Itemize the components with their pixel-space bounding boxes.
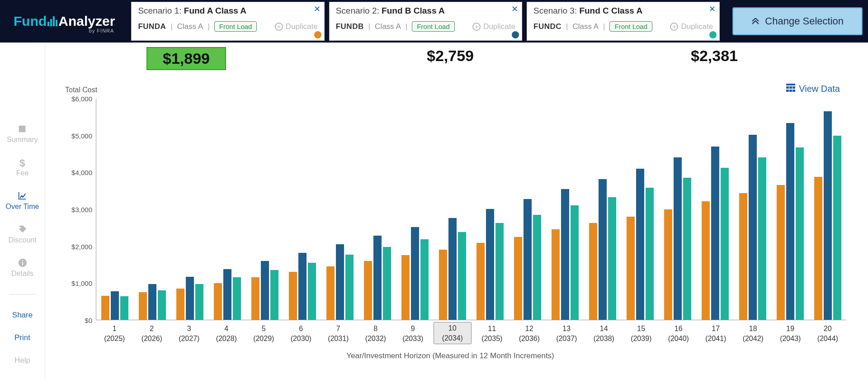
bar-group[interactable] [321,99,359,320]
bar-group[interactable] [734,99,771,320]
chart-plot-area[interactable] [96,99,846,320]
sidebar-item-overtime[interactable]: Over Time [6,191,39,211]
bar-fund-b-class-a[interactable] [749,135,757,320]
bar-fund-a-class-a[interactable] [251,277,259,320]
bar-fund-c-class-a[interactable] [458,232,466,320]
load-type-pill[interactable]: Front Load [214,21,257,32]
bar-fund-c-class-a[interactable] [345,255,354,320]
bar-fund-c-class-a[interactable] [308,263,316,320]
bar-fund-a-class-a[interactable] [101,296,109,320]
bar-fund-b-class-a[interactable] [111,291,119,320]
share-link[interactable]: Share [12,311,33,320]
duplicate-button[interactable]: +Duplicate [275,22,318,31]
bar-fund-a-class-a[interactable] [514,237,522,320]
x-tick[interactable]: 8(2032) [357,324,395,344]
bar-fund-b-class-a[interactable] [298,253,307,320]
view-data-button[interactable]: View Data [786,84,840,94]
bar-fund-c-class-a[interactable] [195,284,203,320]
bar-group[interactable] [96,99,134,320]
x-tick[interactable]: 10(2034) [434,322,472,344]
bar-fund-b-class-a[interactable] [786,123,794,320]
x-tick[interactable]: 19(2043) [772,324,809,344]
bar-fund-c-class-a[interactable] [495,223,504,320]
x-tick[interactable]: 16(2040) [660,324,698,344]
bar-group[interactable] [359,99,396,320]
scenario-card-3[interactable]: ✕Scenario 3: Fund C Class AFUNDC|Class A… [527,2,720,41]
bar-fund-a-class-a[interactable] [777,185,785,320]
close-icon[interactable]: ✕ [511,4,518,14]
sidebar-item-details[interactable]: Details [11,258,33,278]
bar-fund-a-class-a[interactable] [176,289,184,320]
x-tick[interactable]: 13(2037) [548,324,585,344]
bar-fund-a-class-a[interactable] [589,223,597,320]
load-type-pill[interactable]: Front Load [412,21,455,32]
bar-fund-c-class-a[interactable] [233,277,241,320]
bar-fund-a-class-a[interactable] [664,209,672,320]
bar-fund-a-class-a[interactable] [702,201,710,320]
load-type-pill[interactable]: Front Load [609,21,652,32]
bar-fund-a-class-a[interactable] [476,243,485,320]
bar-group[interactable] [434,99,472,320]
print-link[interactable]: Print [14,333,30,342]
bar-fund-b-class-a[interactable] [561,189,569,320]
bar-fund-b-class-a[interactable] [261,261,269,320]
bar-fund-a-class-a[interactable] [739,193,747,320]
bar-fund-a-class-a[interactable] [814,177,822,320]
x-tick[interactable]: 4(2028) [208,324,245,344]
bar-fund-b-class-a[interactable] [373,236,382,320]
x-tick[interactable]: 20(2044) [809,324,847,344]
bar-group[interactable] [659,99,696,320]
duplicate-button[interactable]: +Duplicate [472,22,515,31]
bar-fund-c-class-a[interactable] [683,178,691,320]
bar-fund-b-class-a[interactable] [186,277,194,320]
bar-fund-b-class-a[interactable] [674,157,682,320]
bar-fund-c-class-a[interactable] [383,247,391,320]
bar-fund-a-class-a[interactable] [439,250,447,320]
bar-fund-c-class-a[interactable] [420,239,429,320]
x-tick[interactable]: 14(2038) [585,324,623,344]
bar-group[interactable] [209,99,246,320]
sidebar-item-summary[interactable]: Summary [7,124,38,144]
bar-fund-b-class-a[interactable] [524,199,532,320]
bar-fund-c-class-a[interactable] [796,147,804,320]
bar-fund-a-class-a[interactable] [552,229,560,320]
bar-fund-b-class-a[interactable] [486,209,494,320]
x-tick[interactable]: 2(2026) [133,324,171,344]
bar-group[interactable] [809,99,846,320]
close-icon[interactable]: ✕ [314,4,321,14]
bar-group[interactable] [584,99,621,320]
sidebar-item-discount[interactable]: Discount [8,224,36,244]
bar-group[interactable] [509,99,546,320]
close-icon[interactable]: ✕ [709,4,716,14]
x-tick[interactable]: 12(2036) [511,324,548,344]
bar-fund-b-class-a[interactable] [223,269,231,320]
bar-fund-c-class-a[interactable] [833,136,841,320]
bar-fund-c-class-a[interactable] [120,296,128,320]
bar-fund-a-class-a[interactable] [214,283,222,320]
x-tick[interactable]: 9(2033) [394,324,432,344]
help-link[interactable]: Help [14,356,30,365]
bar-group[interactable] [284,99,321,320]
bar-fund-c-class-a[interactable] [533,215,541,320]
bar-fund-c-class-a[interactable] [608,197,616,320]
bar-fund-b-class-a[interactable] [411,227,419,320]
bar-fund-b-class-a[interactable] [148,284,156,320]
bar-group[interactable] [696,99,734,320]
bar-fund-b-class-a[interactable] [448,218,457,320]
x-tick[interactable]: 11(2035) [473,324,511,344]
bar-fund-a-class-a[interactable] [627,217,635,320]
x-tick[interactable]: 18(2042) [735,324,772,344]
bar-group[interactable] [546,99,584,320]
x-tick[interactable]: 3(2027) [170,324,208,344]
bar-group[interactable] [246,99,284,320]
bar-fund-c-class-a[interactable] [158,290,166,320]
bar-fund-c-class-a[interactable] [646,188,654,320]
bar-fund-c-class-a[interactable] [571,205,579,320]
bar-fund-b-class-a[interactable] [599,179,607,320]
bar-group[interactable] [134,99,171,320]
x-tick[interactable]: 6(2030) [283,324,320,344]
x-tick[interactable]: 7(2031) [320,324,357,344]
bar-fund-a-class-a[interactable] [364,261,372,320]
bar-fund-b-class-a[interactable] [824,111,832,320]
bar-fund-c-class-a[interactable] [721,168,729,320]
